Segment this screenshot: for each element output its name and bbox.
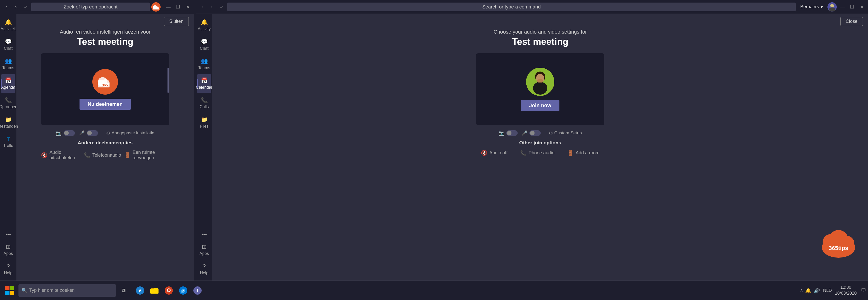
- left-camera-toggle[interactable]: [64, 130, 75, 136]
- right-meeting-title-area: Choose your audio and video settings for…: [494, 29, 587, 47]
- left-nav-forward[interactable]: ›: [12, 3, 20, 11]
- taskbar-notifications-icon[interactable]: 🗨: [861, 288, 866, 293]
- sidebar-item-help-right[interactable]: ? Help: [197, 260, 211, 278]
- right-sidebar: 🔔 Activity 💬 Chat 👥 Teams 📅 Calendar 📞: [196, 14, 212, 280]
- left-audio-off-label: Audio uitschakelen: [50, 150, 81, 161]
- left-other-options-title: Andere deelnameopties: [41, 140, 169, 146]
- taskbar-explorer[interactable]: [148, 284, 161, 297]
- sidebar-item-help-left[interactable]: ? Help: [1, 260, 16, 278]
- taskbar-search[interactable]: 🔍 Typ hier om te zoeken: [19, 285, 116, 297]
- right-close-btn[interactable]: ✕: [858, 3, 866, 11]
- sidebar-item-apps-left[interactable]: ⊞ Apps: [1, 240, 16, 259]
- calendar-label-right: Calendar: [196, 85, 212, 90]
- right-custom-setup-icon: ⚙: [549, 131, 553, 136]
- right-user-name-pill[interactable]: Bernaers ▾: [797, 3, 826, 11]
- activity-label-right: Activity: [198, 27, 211, 31]
- left-maximize-btn[interactable]: ❒: [174, 3, 182, 11]
- right-topbar: Close: [212, 14, 868, 29]
- sidebar-item-files-left[interactable]: 📁 Bestanden: [1, 113, 16, 132]
- taskbar-edge-new[interactable]: e: [177, 284, 190, 297]
- teams-icon-left: 👥: [5, 58, 12, 65]
- left-titlebar: ‹ › ⤢ Zoek of typ een opdracht: [0, 0, 194, 14]
- right-camera-toggle[interactable]: [506, 130, 518, 136]
- taskbar-search-text: Typ hier om te zoeken: [29, 288, 75, 293]
- calls-label-right: Calls: [199, 105, 209, 109]
- right-nav-back[interactable]: ‹: [198, 3, 206, 11]
- right-custom-setup[interactable]: ⚙ Custom Setup: [549, 131, 582, 136]
- sidebar-item-teams-right[interactable]: 👥 Teams: [197, 55, 211, 73]
- teams-label-left: Teams: [2, 66, 14, 70]
- sidebar-item-calendar-left[interactable]: 📅 Agenda: [1, 74, 16, 93]
- systray-chevron-icon[interactable]: ∧: [800, 288, 803, 293]
- right-expand-icon[interactable]: ⤢: [218, 3, 226, 11]
- systray-volume-icon[interactable]: 🔊: [814, 288, 820, 294]
- taskbar-pinned-apps: e O e: [133, 284, 204, 297]
- left-expand-icon[interactable]: ⤢: [22, 3, 30, 11]
- sidebar-item-chat-left[interactable]: 💬 Chat: [1, 35, 16, 54]
- left-search-bar[interactable]: Zoek of typ een opdracht: [31, 3, 150, 11]
- left-mic-toggle[interactable]: [87, 130, 98, 136]
- right-other-options-title: Other join options: [476, 140, 604, 146]
- svg-text:e: e: [182, 289, 184, 293]
- right-search-text: Search or type a command: [482, 4, 541, 10]
- right-close-button[interactable]: Close: [840, 17, 863, 26]
- calendar-icon-left: 📅: [5, 77, 12, 84]
- start-button[interactable]: [2, 283, 18, 298]
- svg-rect-24: [5, 286, 9, 290]
- right-add-room-option[interactable]: 🚪 Add a room: [567, 150, 599, 156]
- right-audio-off-option[interactable]: 🔇 Audio off: [481, 150, 507, 156]
- left-add-room-icon: 🚪: [124, 152, 130, 158]
- left-user-avatar[interactable]: [151, 2, 161, 11]
- svg-text:T: T: [196, 288, 199, 293]
- taskbar-office[interactable]: O: [162, 284, 176, 297]
- left-join-button[interactable]: Nu deelnemen: [80, 99, 131, 110]
- taskbar-clock: 12:30 18/03/2020: [835, 285, 857, 296]
- right-minimize-btn[interactable]: —: [838, 3, 846, 11]
- sidebar-more-left[interactable]: •••: [1, 229, 16, 239]
- svg-point-18: [537, 79, 543, 83]
- left-custom-setup-icon: ⚙: [106, 131, 110, 136]
- sidebar-item-activity-left[interactable]: 🔔 Activiteit: [1, 16, 16, 34]
- sidebar-more-right[interactable]: •••: [197, 229, 211, 239]
- right-person-avatar: [526, 68, 554, 96]
- sidebar-item-trello-left[interactable]: T Trello: [1, 133, 16, 151]
- left-meeting-subtitle: Audio- en video-instellingen kiezen voor: [60, 29, 151, 35]
- sidebar-item-files-right[interactable]: 📁 Files: [197, 113, 211, 132]
- sidebar-item-calendar-right[interactable]: 📅 Calendar: [197, 74, 211, 93]
- left-custom-setup[interactable]: ⚙ Aangepaste installatie: [106, 131, 154, 136]
- left-sluiten-button[interactable]: Sluiten: [164, 17, 189, 26]
- sidebar-item-activity-right[interactable]: 🔔 Activity: [197, 16, 211, 34]
- sidebar-item-chat-right[interactable]: 💬 Chat: [197, 35, 211, 54]
- left-meeting-title: Test meeting: [60, 36, 151, 47]
- left-audio-off-option[interactable]: 🔇 Audio uitschakelen: [41, 150, 81, 161]
- sidebar-item-calls-left[interactable]: 📞 Oproepen: [1, 94, 16, 112]
- left-nav-back[interactable]: ‹: [2, 3, 10, 11]
- left-minimize-btn[interactable]: —: [164, 3, 173, 11]
- sidebar-item-calls-right[interactable]: 📞 Calls: [197, 94, 211, 112]
- files-label-left: Bestanden: [0, 124, 18, 129]
- right-add-room-label: Add a room: [576, 150, 599, 156]
- taskbar-teams[interactable]: T: [191, 284, 204, 297]
- right-user-avatar[interactable]: [828, 2, 837, 11]
- left-phone-audio-option[interactable]: 📞 Telefoonaudio: [84, 150, 121, 161]
- right-meeting-subtitle: Choose your audio and video settings for: [494, 29, 587, 35]
- right-phone-audio-option[interactable]: 📞 Phone audio: [520, 150, 555, 156]
- right-custom-setup-label: Custom Setup: [554, 131, 582, 136]
- right-maximize-btn[interactable]: ❒: [848, 3, 856, 11]
- svg-point-13: [829, 7, 835, 11]
- right-mic-toggle[interactable]: [529, 130, 541, 136]
- sidebar-item-apps-right[interactable]: ⊞ Apps: [197, 240, 211, 259]
- right-nav-forward[interactable]: ›: [208, 3, 216, 11]
- sidebar-item-teams-left[interactable]: 👥 Teams: [1, 55, 16, 73]
- right-search-bar[interactable]: Search or type a command: [227, 3, 796, 11]
- left-close-btn[interactable]: ✕: [184, 3, 192, 11]
- chat-icon-left: 💬: [5, 38, 12, 45]
- taskbar-edge-legacy[interactable]: e: [133, 284, 147, 297]
- left-add-room-option[interactable]: 🚪 Een ruimte toevoegen: [124, 150, 169, 161]
- taskview-button[interactable]: ⧉: [117, 284, 130, 297]
- left-options-row: 🔇 Audio uitschakelen 📞 Telefoonaudio 🚪 E…: [41, 150, 169, 161]
- right-meeting-title: Test meeting: [494, 36, 587, 47]
- right-mic-icon: 🎤: [522, 130, 527, 136]
- right-join-button[interactable]: Join now: [521, 100, 560, 111]
- chat-label-left: Chat: [4, 46, 12, 51]
